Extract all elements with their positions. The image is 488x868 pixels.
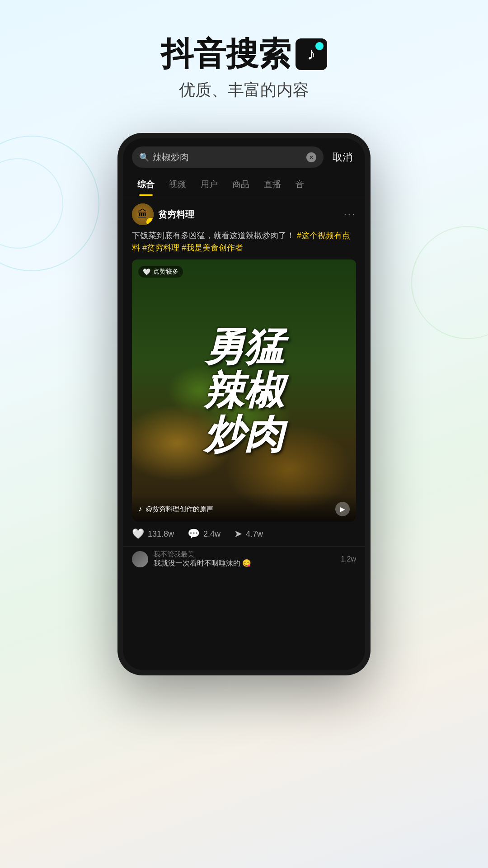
commenter-avatar — [132, 551, 148, 567]
badge-label: 点赞较多 — [153, 268, 178, 276]
shares-stat[interactable]: ➤ 4.7w — [234, 528, 263, 540]
post-description: 下饭菜到底有多凶猛，就看这道辣椒炒肉了！ #这个视频有点料 #贫穷料理 #我是美… — [123, 230, 365, 259]
share-icon: ➤ — [234, 528, 242, 540]
play-button[interactable]: ▶ — [335, 502, 350, 516]
video-badge: 🤍 点赞较多 — [138, 266, 183, 278]
search-input-wrap[interactable]: 🔍 辣椒炒肉 × — [132, 146, 324, 168]
tab-视频[interactable]: 视频 — [162, 173, 193, 196]
phone-container: 🔍 辣椒炒肉 × 取消 综合 视频 用户 商品 — [0, 133, 488, 675]
verified-badge: ✓ — [146, 218, 154, 225]
title-text: 抖音搜索 — [161, 36, 291, 72]
phone-screen: 🔍 辣椒炒肉 × 取消 综合 视频 用户 商品 — [123, 138, 365, 670]
tab-用户[interactable]: 用户 — [193, 173, 225, 196]
stats-row: 🤍 131.8w 💬 2.4w ➤ 4.7w — [123, 522, 365, 546]
search-icon: 🔍 — [139, 152, 149, 162]
tabs-row: 综合 视频 用户 商品 直播 音 — [123, 173, 365, 196]
likes-count: 131.8w — [148, 529, 174, 539]
page-title: 抖音搜索 ♪ — [0, 36, 488, 72]
content-area: 🏛 ✓ 贫穷料理 ··· 下饭菜到底有多凶猛，就看这道辣椒炒肉了！ #这个视频有… — [123, 196, 365, 670]
user-info: 🏛 ✓ 贫穷料理 — [132, 203, 194, 225]
comments-stat[interactable]: 💬 2.4w — [188, 528, 221, 540]
heart-icon: 🤍 — [132, 528, 144, 540]
more-options-icon[interactable]: ··· — [344, 208, 356, 220]
search-query: 辣椒炒肉 — [153, 151, 303, 163]
comments-count: 2.4w — [203, 529, 221, 539]
comment-preview: 我不管我最美 我就没一次看时不咽唾沫的 😋 1.2w — [123, 546, 365, 572]
post-header: 🏛 ✓ 贫穷料理 ··· — [123, 196, 365, 230]
username[interactable]: 贫穷料理 — [158, 208, 194, 221]
tab-综合[interactable]: 综合 — [130, 173, 162, 196]
comment-text-wrap: 我不管我最美 我就没一次看时不咽唾沫的 😋 — [154, 550, 335, 568]
phone-mockup: 🔍 辣椒炒肉 × 取消 综合 视频 用户 商品 — [117, 133, 371, 675]
clear-icon[interactable]: × — [306, 152, 316, 162]
avatar: 🏛 ✓ — [132, 203, 154, 225]
tiktok-logo-icon: ♪ — [296, 38, 327, 70]
audio-text: @贫穷料理创作的原声 — [145, 505, 213, 514]
comment-body: 我就没一次看时不咽唾沫的 😋 — [154, 559, 335, 568]
header-subtitle: 优质、丰富的内容 — [0, 79, 488, 101]
video-title-text: 勇猛辣椒炒肉 — [204, 325, 284, 456]
comment-count: 1.2w — [341, 555, 356, 563]
tiktok-small-icon: ♪ — [138, 505, 142, 513]
page-header: 抖音搜索 ♪ 优质、丰富的内容 — [0, 0, 488, 119]
video-content: 勇猛辣椒炒肉 — [132, 259, 356, 522]
likes-stat[interactable]: 🤍 131.8w — [132, 528, 174, 540]
audio-info: ♪ @贫穷料理创作的原声 — [138, 505, 213, 514]
video-overlay: 勇猛辣椒炒肉 — [132, 259, 356, 522]
shares-count: 4.7w — [246, 529, 263, 539]
tab-商品[interactable]: 商品 — [225, 173, 257, 196]
video-footer: ♪ @贫穷料理创作的原声 ▶ — [132, 493, 356, 522]
comment-icon: 💬 — [188, 528, 200, 540]
video-thumbnail[interactable]: 勇猛辣椒炒肉 🤍 点赞较多 ♪ @贫穷料理创作的原声 — [132, 259, 356, 522]
cancel-button[interactable]: 取消 — [329, 149, 356, 166]
search-bar: 🔍 辣椒炒肉 × 取消 — [123, 138, 365, 173]
commenter-name[interactable]: 我不管我最美 — [154, 550, 335, 559]
heart-icon: 🤍 — [143, 268, 150, 275]
tab-音[interactable]: 音 — [288, 173, 311, 196]
tab-直播[interactable]: 直播 — [257, 173, 288, 196]
